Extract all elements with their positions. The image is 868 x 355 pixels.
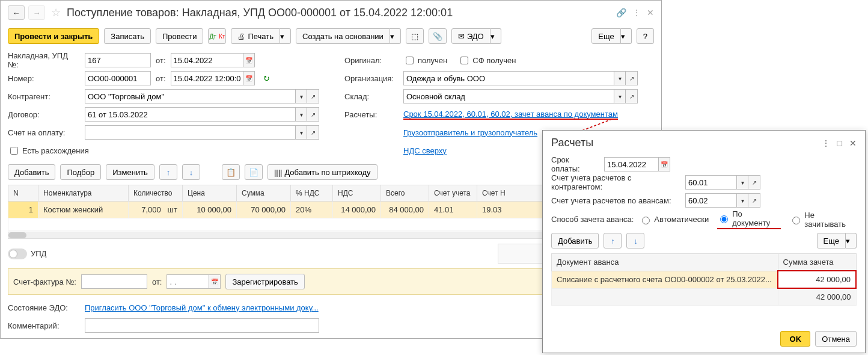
popup-menu-icon[interactable]: ⋮ [822,138,830,148]
ok-button[interactable]: OK [780,331,810,347]
calendar-icon-4[interactable]: 📅 [658,157,670,171]
popup-up-button[interactable]: ↑ [604,233,622,248]
popup-down-button[interactable]: ↓ [626,233,644,248]
edo-button[interactable]: ✉ ЭДО [451,28,491,44]
print-button[interactable]: 🖨 Печать [231,28,280,44]
popup-maximize-icon[interactable]: □ [837,138,842,148]
number-label: Номер: [8,74,80,83]
sf-date-input[interactable] [167,274,209,289]
warehouse-label: Склад: [344,92,399,101]
sf-label: Счет-фактура №: [13,277,76,286]
open-icon-7[interactable]: ↗ [748,193,760,208]
due-date-input[interactable] [604,157,658,171]
radio-auto[interactable]: Автоматически [639,215,709,224]
comment-input[interactable] [85,318,319,333]
cancel-button[interactable]: Отмена [815,331,857,347]
open-icon-4[interactable]: ↗ [626,71,638,85]
dtct-button[interactable]: ДтКт [208,28,226,44]
calendar-icon-2[interactable]: 📅 [243,71,255,85]
menu-icon[interactable]: ⋮ [632,8,641,17]
calendar-icon-3[interactable]: 📅 [209,274,221,289]
open-icon-2[interactable]: ↗ [307,107,319,122]
acc-adv-input[interactable] [685,193,736,208]
vat-link[interactable]: НДС сверху [403,146,447,155]
barcode-button[interactable]: |||| Добавить по штрихкоду [267,164,377,180]
popup-more-button[interactable]: Еще [817,233,846,248]
copy-button[interactable]: 📋 [222,164,240,180]
link-icon[interactable]: 🔗 [616,8,626,17]
open-icon-6[interactable]: ↗ [748,175,760,190]
edo-state-link[interactable]: Пригласить ООО "Торговый дом" к обмену э… [85,303,319,312]
save-button[interactable]: Записать [104,28,151,44]
radio-none[interactable]: Не зачитывать [789,211,857,229]
settlements-link[interactable]: Срок 15.04.2022, 60.01, 60.02, зачет ава… [403,110,618,120]
sf-received-checkbox[interactable]: СФ получен [458,55,516,66]
col-sum-offset: Сумма зачета [778,254,856,271]
acc-cp-input[interactable] [685,175,736,190]
acc-cp-label: Счет учета расчетов с контрагентом: [551,173,680,191]
dropdown-icon-4[interactable]: ▾ [614,71,626,85]
back-button[interactable]: ← [8,5,25,20]
dropdown-icon[interactable]: ▾ [295,89,307,103]
dropdown-icon-3[interactable]: ▾ [295,125,307,140]
popup-more-dropdown[interactable]: ▾ [846,233,857,248]
open-icon[interactable]: ↗ [307,89,319,103]
attach-icon[interactable]: 📎 [429,28,447,44]
warehouse-input[interactable] [403,89,614,103]
down-button[interactable]: ↓ [182,164,200,180]
more-button[interactable]: Еще [591,28,620,44]
original-label: Оригинал: [344,56,399,65]
invoice-num-input[interactable] [85,53,151,67]
up-button[interactable]: ↑ [159,164,177,180]
create-based-button[interactable]: Создать на основании [296,28,390,44]
contract-label: Договор: [8,110,80,119]
dropdown-icon-6[interactable]: ▾ [736,175,748,190]
shipper-link[interactable]: Грузоотправитель и грузополучатель [403,128,537,137]
number-date-input[interactable] [171,71,243,85]
help-button[interactable]: ? [637,28,654,44]
related-button[interactable]: ⬚ [406,28,424,44]
received-checkbox[interactable]: получен [403,55,447,66]
change-button[interactable]: Изменить [106,164,154,180]
refresh-icon[interactable]: ↻ [263,74,270,83]
invoice-date-input[interactable] [171,53,243,67]
popup-title: Расчеты [551,137,593,149]
more-dropdown[interactable]: ▾ [621,28,632,44]
add-button[interactable]: Добавить [8,164,55,180]
upd-toggle[interactable]: УПД [8,248,46,259]
favorite-icon[interactable]: ☆ [51,6,61,19]
advance-row[interactable]: Списание с расчетного счета ОО00-000002 … [552,271,857,288]
radio-doc[interactable]: По документу [717,209,781,229]
payment-invoice-input[interactable] [85,125,295,140]
pick-button[interactable]: Подбор [60,164,101,180]
popup-add-button[interactable]: Добавить [551,233,599,248]
contract-input[interactable] [85,107,295,122]
dropdown-icon-2[interactable]: ▾ [295,107,307,122]
print-dropdown[interactable]: ▾ [280,28,291,44]
settlements-popup: Расчеты ⋮ □ ✕ Срок оплаты: 📅 Счет учета … [542,130,866,353]
counterparty-input[interactable] [85,89,295,103]
open-icon-3[interactable]: ↗ [307,125,319,140]
post-close-button[interactable]: Провести и закрыть [8,28,99,44]
method-label: Способ зачета аванса: [551,215,634,224]
discrepancy-checkbox[interactable]: Есть расхождения [8,145,89,156]
edo-dropdown[interactable]: ▾ [491,28,501,44]
dropdown-icon-5[interactable]: ▾ [614,89,626,103]
close-icon[interactable]: ✕ [647,8,654,17]
calendar-icon[interactable]: 📅 [243,53,255,67]
forward-button[interactable]: → [28,5,45,20]
post-button[interactable]: Провести [156,28,204,44]
register-button[interactable]: Зарегистрировать [225,274,304,289]
sf-num-input[interactable] [81,274,147,289]
invoice-label: Накладная, УПД №: [8,51,80,69]
advance-table[interactable]: Документ аванса Сумма зачета Списание с … [551,253,857,306]
offset-sum-cell[interactable]: 42 000,00 [778,271,856,288]
paste-button[interactable]: 📄 [245,164,263,180]
create-based-dropdown[interactable]: ▾ [390,28,401,44]
dropdown-icon-7[interactable]: ▾ [736,193,748,208]
open-icon-5[interactable]: ↗ [626,89,638,103]
popup-close-icon[interactable]: ✕ [849,138,857,148]
col-price: Цена [183,185,237,202]
org-input[interactable] [403,71,614,85]
number-input[interactable] [85,71,151,85]
